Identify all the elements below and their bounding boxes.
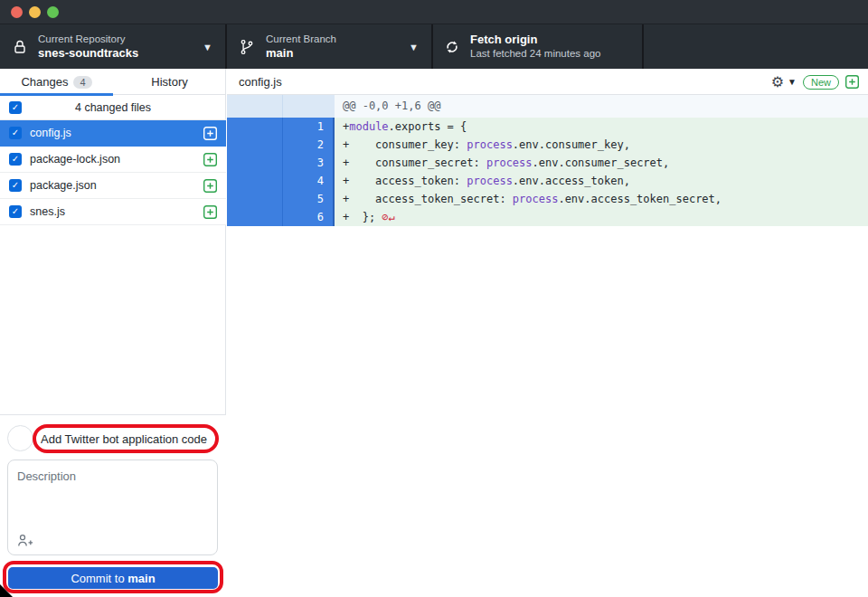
file-row-config-js[interactable]: ✓ config.js [0,120,226,147]
diff-line[interactable]: 1+module.exports = { [227,118,868,136]
file-row-package-lock-json[interactable]: ✓ package-lock.json [0,147,226,173]
commit-button-prefix: Commit to [71,572,127,585]
diff-line[interactable]: 5+ access_token_secret: process.env.acce… [227,190,868,208]
fetch-title: Fetch origin [470,33,601,47]
added-file-icon[interactable] [203,205,217,219]
fetch-origin-button[interactable]: Fetch origin Last fetched 24 minutes ago [432,24,642,69]
new-line-number[interactable]: 6 [282,208,335,226]
current-repository-dropdown[interactable]: Current Repository snes-soundtracks ▼ [0,24,225,69]
new-line-gutter [282,95,335,118]
file-row-package-json[interactable]: ✓ package.json [0,173,226,199]
new-feature-badge: New [803,75,839,90]
fetch-subtitle: Last fetched 24 minutes ago [470,47,601,60]
toolbar: Current Repository snes-soundtracks ▼ Cu… [0,24,868,69]
old-line-gutter[interactable] [227,154,282,172]
lock-icon [13,39,27,55]
github-desktop-window: Current Repository snes-soundtracks ▼ Cu… [0,0,868,597]
old-line-gutter[interactable] [227,208,282,226]
diff-lines: 1+module.exports = {2+ consumer_key: pro… [227,118,868,226]
old-line-gutter[interactable] [227,118,282,136]
chevron-down-icon[interactable]: ▼ [788,77,797,87]
file-name: package-lock.json [30,153,120,166]
tab-history-label: History [151,75,187,89]
minimize-button[interactable] [29,6,41,18]
hunk-header-text: @@ -0,0 +1,6 @@ [335,95,868,118]
chevron-down-icon: ▼ [203,42,212,52]
changed-files-header: 4 changed files ✓ [0,95,226,120]
tab-history[interactable]: History [113,69,226,95]
file-checkbox[interactable]: ✓ [9,127,22,139]
toolbar-divider [642,24,644,69]
diff-line-code: +module.exports = { [335,118,868,136]
old-line-gutter[interactable] [227,172,282,190]
commit-description-box [7,460,218,555]
added-file-icon[interactable] [203,179,217,193]
current-branch-dropdown[interactable]: Current Branch main ▼ [226,24,431,69]
zoom-button[interactable] [47,6,59,18]
sidebar-tabbar: Changes 4 History [0,69,226,95]
avatar [7,425,33,451]
diff-body: @@ -0,0 +1,6 @@ 1+module.exports = {2+ c… [227,95,868,226]
added-file-icon[interactable] [203,127,217,140]
tab-changes[interactable]: Changes 4 [0,69,113,95]
file-row-snes-js[interactable]: ✓ snes.js [0,199,226,225]
chevron-down-icon: ▼ [409,42,419,52]
commit-button-branch: main [127,572,155,585]
changed-files-count: 4 changed files [0,101,226,114]
titlebar [0,0,868,24]
diff-line-code: + consumer_key: process.env.consumer_key… [335,136,868,154]
select-all-checkbox[interactable]: ✓ [9,101,22,114]
diff-line[interactable]: 6+ }; ⊘↵ [227,208,868,226]
commit-description-input[interactable] [10,462,215,527]
hunk-header-row: @@ -0,0 +1,6 @@ [227,95,868,118]
commit-button[interactable]: Commit to main [8,567,218,589]
diff-file-name: config.js [239,75,282,89]
file-checkbox[interactable]: ✓ [9,205,22,218]
commit-summary-input[interactable] [41,427,212,450]
repository-label: Current Repository [38,33,138,45]
new-line-number[interactable]: 5 [282,190,335,208]
old-line-gutter[interactable] [227,190,282,208]
diff-line[interactable]: 3+ consumer_secret: process.env.consumer… [227,154,868,172]
file-checkbox[interactable]: ✓ [9,179,22,192]
tab-changes-label: Changes [21,75,68,89]
file-checkbox[interactable]: ✓ [9,153,22,166]
file-name: snes.js [30,205,65,218]
expand-diff-icon[interactable] [845,75,859,89]
git-branch-icon [239,39,255,55]
branch-label: Current Branch [266,33,336,45]
new-line-number[interactable]: 1 [282,118,335,136]
diff-line-code: + }; ⊘↵ [335,208,868,226]
diff-line-code: + consumer_secret: process.env.consumer_… [335,154,868,172]
new-line-number[interactable]: 3 [282,154,335,172]
diff-line-code: + access_token: process.env.access_token… [335,172,868,190]
new-line-number[interactable]: 4 [282,172,335,190]
sync-icon [445,40,459,54]
diff-line[interactable]: 2+ consumer_key: process.env.consumer_ke… [227,136,868,154]
repository-name: snes-soundtracks [38,46,138,61]
file-name: package.json [30,179,97,192]
new-line-number[interactable]: 2 [282,136,335,154]
diff-file-header: config.js ⚙ ▼ New [227,69,868,95]
diff-panel: config.js ⚙ ▼ New @@ -0,0 +1,6 @@ 1+modu [227,69,868,597]
gear-icon[interactable]: ⚙ [771,75,784,90]
close-button[interactable] [11,6,23,18]
added-file-icon[interactable] [203,153,217,166]
changes-sidebar: Changes 4 History 4 changed files ✓ ✓ co… [0,69,226,597]
file-name: config.js [30,127,71,139]
diff-line[interactable]: 4+ access_token: process.env.access_toke… [227,172,868,190]
commit-form: Commit to main [0,414,226,597]
mouse-cursor [0,584,13,597]
changes-count-badge: 4 [73,76,91,89]
add-coauthor-icon[interactable] [17,534,34,547]
branch-name: main [266,46,336,61]
old-line-gutter [227,95,282,118]
old-line-gutter[interactable] [227,136,282,154]
diff-line-code: + access_token_secret: process.env.acces… [335,190,868,208]
